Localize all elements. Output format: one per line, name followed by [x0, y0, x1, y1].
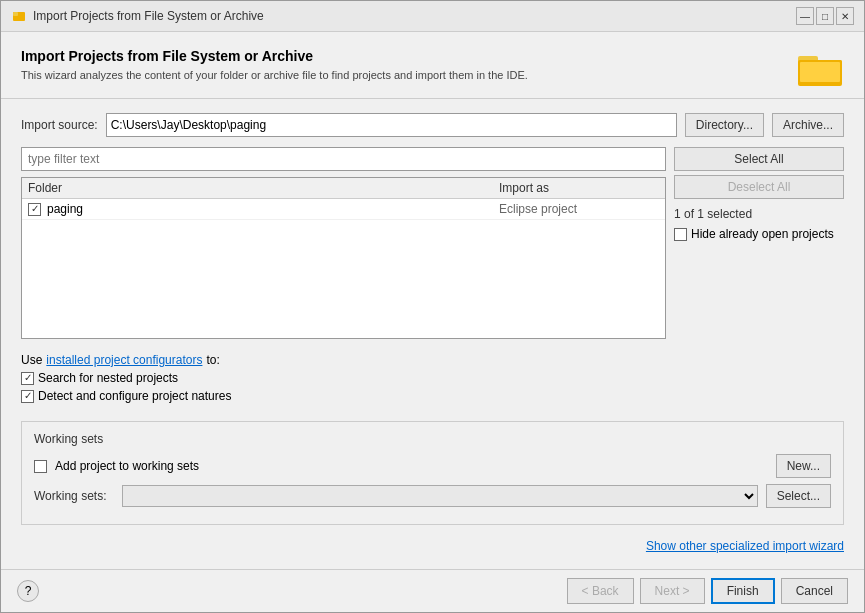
- dialog-footer: ? < Back Next > Finish Cancel: [1, 569, 864, 612]
- main-area: Folder Import as paging Eclipse project …: [21, 147, 844, 339]
- table-header: Folder Import as: [22, 178, 665, 199]
- select-all-button[interactable]: Select All: [674, 147, 844, 171]
- minimize-button[interactable]: —: [796, 7, 814, 25]
- working-sets-select[interactable]: [122, 485, 758, 507]
- import-as-column-header: Import as: [499, 181, 659, 195]
- folder-column-header: Folder: [28, 181, 499, 195]
- detect-natures-checkbox[interactable]: [21, 390, 34, 403]
- back-button[interactable]: < Back: [567, 578, 634, 604]
- deselect-all-button[interactable]: Deselect All: [674, 175, 844, 199]
- import-source-row: Import source: Directory... Archive...: [21, 113, 844, 137]
- hide-open-projects-label: Hide already open projects: [691, 227, 834, 241]
- show-specialized-link[interactable]: Show other specialized import wizard: [21, 539, 844, 553]
- configurators-prefix: Use: [21, 353, 42, 367]
- dialog-content: Import Projects from File System or Arch…: [1, 32, 864, 569]
- archive-button[interactable]: Archive...: [772, 113, 844, 137]
- dialog-description: This wizard analyzes the content of your…: [21, 68, 721, 83]
- add-working-sets-row: Add project to working sets New...: [34, 454, 831, 478]
- table-row-left: paging: [28, 202, 499, 216]
- select-working-set-button[interactable]: Select...: [766, 484, 831, 508]
- detect-natures-label: Detect and configure project natures: [38, 389, 231, 403]
- configurators-suffix: to:: [206, 353, 219, 367]
- main-window: Import Projects from File System or Arch…: [0, 0, 865, 613]
- close-button[interactable]: ✕: [836, 7, 854, 25]
- dialog-title: Import Projects from File System or Arch…: [21, 48, 796, 64]
- working-sets-input-row: Working sets: Select...: [34, 484, 831, 508]
- help-button[interactable]: ?: [17, 580, 39, 602]
- projects-table: Folder Import as paging Eclipse project: [21, 177, 666, 339]
- title-bar-text: Import Projects from File System or Arch…: [33, 9, 264, 23]
- add-working-sets-checkbox[interactable]: [34, 460, 47, 473]
- new-working-set-button[interactable]: New...: [776, 454, 831, 478]
- right-panel: Select All Deselect All 1 of 1 selected …: [674, 147, 844, 339]
- folder-icon: [796, 48, 844, 88]
- configurators-row: Use installed project configurators to:: [21, 353, 844, 367]
- svg-rect-5: [800, 62, 840, 82]
- add-working-sets-label: Add project to working sets: [55, 459, 199, 473]
- footer-right: < Back Next > Finish Cancel: [567, 578, 848, 604]
- folder-name: paging: [47, 202, 83, 216]
- import-source-input[interactable]: [106, 113, 677, 137]
- svg-rect-1: [13, 12, 18, 16]
- row-checkbox[interactable]: [28, 203, 41, 216]
- hide-open-projects-checkbox[interactable]: [674, 228, 687, 241]
- title-bar: Import Projects from File System or Arch…: [1, 1, 864, 32]
- nested-projects-row: Search for nested projects: [21, 371, 844, 385]
- working-sets-title: Working sets: [34, 432, 831, 446]
- left-panel: Folder Import as paging Eclipse project: [21, 147, 666, 339]
- options-section: Use installed project configurators to: …: [21, 353, 844, 407]
- next-button[interactable]: Next >: [640, 578, 705, 604]
- filter-input[interactable]: [21, 147, 666, 171]
- header-left: Import Projects from File System or Arch…: [21, 48, 796, 83]
- detect-natures-row: Detect and configure project natures: [21, 389, 844, 403]
- nested-projects-label: Search for nested projects: [38, 371, 178, 385]
- header-section: Import Projects from File System or Arch…: [21, 48, 844, 88]
- title-bar-left: Import Projects from File System or Arch…: [11, 8, 264, 24]
- import-as-value: Eclipse project: [499, 202, 659, 216]
- configurators-link[interactable]: installed project configurators: [46, 353, 202, 367]
- cancel-button[interactable]: Cancel: [781, 578, 848, 604]
- selection-info: 1 of 1 selected: [674, 207, 844, 221]
- window-icon: [11, 8, 27, 24]
- directory-button[interactable]: Directory...: [685, 113, 764, 137]
- footer-left: ?: [17, 580, 39, 602]
- nested-projects-checkbox[interactable]: [21, 372, 34, 385]
- working-sets-label: Working sets:: [34, 489, 114, 503]
- title-bar-controls: — □ ✕: [796, 7, 854, 25]
- import-source-label: Import source:: [21, 118, 98, 132]
- table-row: paging Eclipse project: [22, 199, 665, 220]
- finish-button[interactable]: Finish: [711, 578, 775, 604]
- maximize-button[interactable]: □: [816, 7, 834, 25]
- hide-checkbox-row: Hide already open projects: [674, 227, 844, 241]
- header-divider: [1, 98, 864, 99]
- working-sets-section: Working sets Add project to working sets…: [21, 421, 844, 525]
